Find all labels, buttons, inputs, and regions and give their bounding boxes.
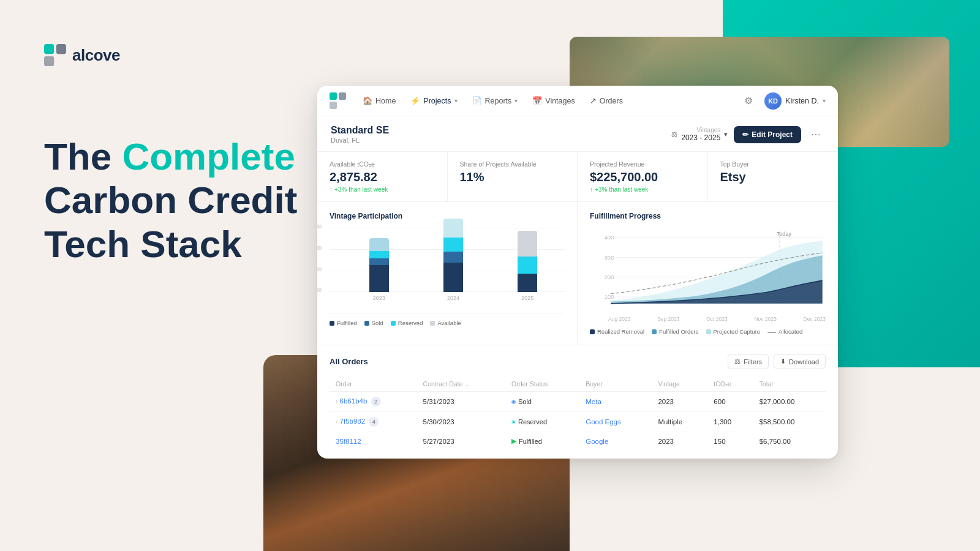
total-cell-2: $58,500.00 bbox=[753, 412, 826, 432]
hero-line1: The Complete bbox=[44, 135, 295, 178]
expand-icon-2[interactable]: › bbox=[336, 418, 337, 425]
buyer-link-2[interactable]: Good Eggs bbox=[586, 418, 621, 425]
nav-right: ⚙ KD Kirsten D. ▾ bbox=[740, 92, 826, 110]
edit-icon: ✏ bbox=[742, 130, 748, 139]
stat-available-tco2e: Available tCO₂e 2,875.82 ↑ +3% than last… bbox=[317, 152, 448, 201]
bar-stack-2023 bbox=[369, 238, 389, 292]
col-status: Order Status bbox=[505, 377, 579, 392]
buyer-cell-1: Meta bbox=[579, 392, 652, 412]
svg-rect-5 bbox=[330, 101, 337, 108]
svg-rect-1 bbox=[56, 44, 66, 54]
nav-projects[interactable]: ⚡ Projects ▾ bbox=[404, 92, 463, 109]
vintage-cell-2: Multiple bbox=[652, 412, 707, 432]
svg-text:Today: Today bbox=[777, 231, 792, 237]
legend-allocated: Allocated bbox=[767, 328, 802, 335]
project-title: Standard SE bbox=[331, 125, 671, 136]
fulfilled-icon: ▶ bbox=[511, 437, 516, 445]
legend-label-fulfilled: Fulfilled bbox=[337, 320, 357, 326]
orders-table-body: › 6b61b4b 2 5/31/2023 Sold Meta 20 bbox=[330, 392, 826, 451]
nav-reports-label: Reports bbox=[485, 97, 512, 105]
svg-rect-0 bbox=[44, 44, 54, 54]
x-label-nov: Nov 2023 bbox=[754, 316, 776, 322]
legend-label-projected: Projected Capture bbox=[714, 328, 761, 335]
bar-2024-sold bbox=[443, 252, 463, 263]
nav-user[interactable]: KD Kirsten D. ▾ bbox=[764, 92, 826, 110]
charts-row: Vintage Participation 400 300 200 100 0 bbox=[317, 202, 838, 345]
vintage-value: 2023 - 2025 bbox=[681, 133, 720, 142]
contract-date-2: 5/30/2023 bbox=[417, 412, 505, 432]
bar-group-2025: 2025 bbox=[497, 231, 559, 301]
edit-project-button[interactable]: ✏ Edit Project bbox=[734, 126, 801, 143]
x-label-oct: Oct 2023 bbox=[706, 316, 728, 322]
stat-revenue-change-label: than last week bbox=[609, 186, 648, 193]
projects-chevron: ▾ bbox=[454, 97, 458, 104]
vintage-selector[interactable]: ⚖ Vintages 2023 - 2025 ▾ bbox=[671, 127, 728, 142]
contract-date-1: 5/31/2023 bbox=[417, 392, 505, 412]
status-label-1: Sold bbox=[518, 398, 532, 405]
more-options-button[interactable]: ⋯ bbox=[807, 126, 824, 143]
stat-available-change-pct: +3% bbox=[334, 186, 347, 193]
order-id-cell-1: › 6b61b4b 2 bbox=[330, 392, 417, 412]
orders-title: All Orders bbox=[330, 357, 728, 366]
legend-label-allocated: Allocated bbox=[778, 328, 802, 335]
logo-text: alcove bbox=[72, 46, 120, 65]
orders-table: Order Contract Date ↓ Order Status Buyer… bbox=[330, 377, 826, 450]
download-label: Download bbox=[789, 358, 819, 365]
x-label-dec: Dec 2023 bbox=[804, 316, 826, 322]
vintage-label: Vintages bbox=[681, 127, 720, 133]
svg-rect-2 bbox=[44, 56, 54, 66]
bar-2023-reserved bbox=[369, 251, 389, 258]
legend-dot-sold bbox=[364, 321, 369, 326]
filter-icon: ⚖ bbox=[671, 130, 677, 138]
order-count-1: 2 bbox=[371, 397, 381, 407]
bar-label-2025: 2025 bbox=[521, 295, 533, 301]
expand-icon-1[interactable]: › bbox=[336, 398, 337, 405]
user-avatar: KD bbox=[764, 92, 782, 110]
nav-orders-label: Orders bbox=[600, 97, 623, 105]
bar-2024-available bbox=[443, 219, 463, 238]
bar-2023-available bbox=[369, 238, 389, 251]
nav-projects-label: Projects bbox=[423, 97, 451, 105]
col-order: Order bbox=[330, 377, 417, 392]
buyer-cell-3: Google bbox=[579, 432, 652, 451]
status-cell-2: Reserved bbox=[505, 412, 579, 432]
project-title-area: Standard SE Duval, FL bbox=[331, 125, 671, 144]
stat-top-buyer: Top Buyer Etsy bbox=[708, 152, 839, 201]
order-link-1[interactable]: 6b61b4b bbox=[340, 397, 368, 405]
legend-label-available: Available bbox=[437, 320, 461, 326]
nav-orders[interactable]: ↗ Orders bbox=[584, 92, 629, 109]
filters-button[interactable]: ⚖ Filters bbox=[728, 354, 769, 369]
order-row-1: › 6b61b4b 2 5/31/2023 Sold Meta 20 bbox=[330, 392, 826, 412]
nav-bar: 🏠 Home ⚡ Projects ▾ 📄 Reports ▾ 📅 Vintag… bbox=[317, 86, 838, 116]
settings-gear-icon[interactable]: ⚙ bbox=[740, 92, 757, 110]
vintage-cell-1: 2023 bbox=[652, 392, 707, 412]
order-link-3[interactable]: 35f8112 bbox=[336, 438, 361, 445]
logo-area: alcove bbox=[44, 44, 120, 66]
tco2e-cell-3: 150 bbox=[707, 432, 753, 451]
legend-label-fulfilled-orders: Fulfilled Orders bbox=[659, 328, 698, 335]
nav-reports[interactable]: 📄 Reports ▾ bbox=[466, 92, 524, 109]
col-tco2e: tCO₂e bbox=[707, 377, 753, 392]
order-link-2[interactable]: 7f5b982 bbox=[340, 418, 366, 425]
bar-2025-fulfilled bbox=[518, 274, 537, 292]
orders-actions: ⚖ Filters ⬇ Download bbox=[728, 354, 826, 369]
buyer-link-1[interactable]: Meta bbox=[586, 398, 601, 405]
filter-icon: ⚖ bbox=[734, 358, 741, 365]
sort-icon: ↓ bbox=[466, 381, 469, 388]
download-button[interactable]: ⬇ Download bbox=[774, 354, 826, 369]
legend-sold: Sold bbox=[364, 320, 383, 326]
dashboard-window: 🏠 Home ⚡ Projects ▾ 📄 Reports ▾ 📅 Vintag… bbox=[317, 86, 838, 459]
buyer-link-3[interactable]: Google bbox=[586, 438, 608, 445]
filters-label: Filters bbox=[744, 358, 762, 365]
vintage-cell-3: 2023 bbox=[652, 432, 707, 451]
status-badge-1: Sold bbox=[511, 398, 532, 405]
order-id-cell-3: 35f8112 bbox=[330, 432, 417, 451]
status-dot-2 bbox=[511, 420, 516, 424]
bar-group-2023: 2023 bbox=[348, 238, 410, 301]
projects-icon: ⚡ bbox=[410, 96, 420, 105]
nav-vintages[interactable]: 📅 Vintages bbox=[526, 92, 581, 109]
alcove-logo-icon bbox=[44, 44, 66, 66]
nav-home[interactable]: 🏠 Home bbox=[356, 92, 402, 109]
x-label-sep: Sep 2023 bbox=[657, 316, 679, 322]
fulfillment-chart-panel: Fulfillment Progress 400 300 200 100 bbox=[578, 202, 838, 345]
